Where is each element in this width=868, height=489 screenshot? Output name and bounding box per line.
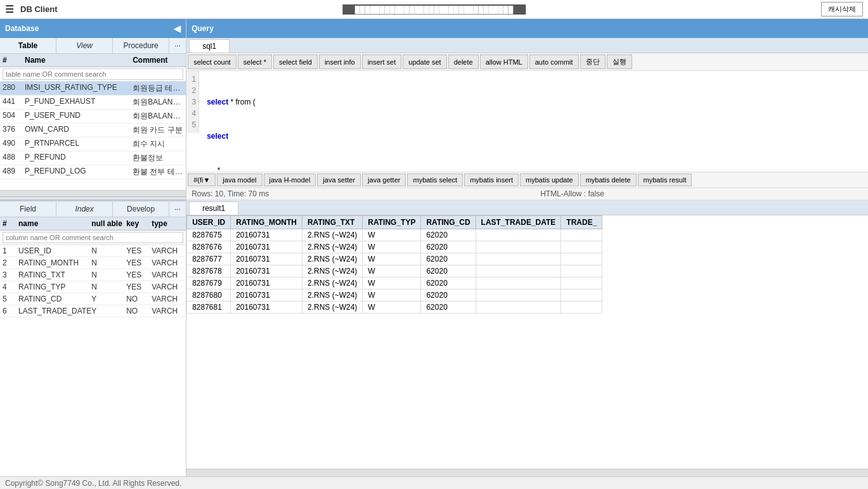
bottom-toolbar-btn[interactable]: mybatis delete	[580, 174, 637, 186]
field-name: USER_ID	[18, 246, 91, 255]
bottom-toolbar-btn[interactable]: java setter	[317, 174, 361, 186]
field-name: RATING_TYP	[18, 283, 91, 291]
bottom-toolbar-btn[interactable]: #(fi▼	[188, 174, 216, 186]
field-key: YES	[126, 246, 152, 255]
bottom-toolbar-btn[interactable]: mybatis update	[520, 174, 579, 186]
result-h-scroll[interactable]	[186, 469, 868, 476]
table-name: IMSI_USR_RATING_TYPE	[25, 83, 133, 94]
field-list-item[interactable]: 1 USER_ID N YES VARCH	[0, 245, 186, 257]
table-row[interactable]: 8287681201607312.RNS (~W24)W62020	[187, 302, 602, 314]
table-name: P_USER_FUND	[25, 111, 133, 122]
field-name: RATING_MONTH	[18, 258, 91, 267]
field-list-item[interactable]: 2 RATING_MONTH N YES VARCH	[0, 257, 186, 269]
field-search-input[interactable]	[3, 232, 183, 243]
editor-content[interactable]: select * from ( select * from IMSI_USR_R…	[204, 71, 323, 172]
table-h-scroll[interactable]	[0, 190, 186, 196]
field-key: YES	[126, 270, 152, 279]
result-cell: 2.RNS (~W24)	[302, 277, 362, 289]
result-tab-1[interactable]: result1	[189, 201, 238, 215]
table-comment: 회원BALANCE소	[133, 97, 183, 108]
result-section: result1 USER_IDRATING_MONTHRATING_TXTRAT…	[186, 200, 868, 476]
query-toolbar-btn[interactable]: auto commit	[529, 54, 579, 69]
result-cell: 20160731	[231, 302, 302, 314]
table-list-item[interactable]: 280 IMSI_USR_RATING_TYPE 회원등급 테이블	[0, 82, 186, 96]
result-cell: 8287678	[187, 265, 231, 277]
table-list-item[interactable]: 376 OWN_CARD 회원 카드 구분	[0, 124, 186, 137]
bottom-toolbar-btn[interactable]: java getter	[362, 174, 406, 186]
field-nav-develop[interactable]: Develop	[113, 201, 169, 217]
query-toolbar-btn[interactable]: delete	[448, 54, 479, 69]
result-col-header: TRADE_	[561, 216, 602, 229]
bottom-toolbar-btn[interactable]: mybatis result	[638, 174, 692, 186]
result-col-header: RATING_MONTH	[231, 216, 302, 229]
table-row[interactable]: 8287679201607312.RNS (~W24)W62020	[187, 277, 602, 289]
table-row[interactable]: 8287675201607312.RNS (~W24)W62020	[187, 229, 602, 241]
field-id: 3	[3, 270, 18, 279]
database-header: Database ◀	[0, 19, 186, 38]
field-nav-index[interactable]: Index	[56, 201, 113, 217]
bottom-toolbar-btn[interactable]: java H-model	[264, 174, 316, 186]
table-list-item[interactable]: 488 P_REFUND 환불정보	[0, 151, 186, 165]
table-nav-table[interactable]: Table	[0, 38, 56, 53]
field-list-item[interactable]: 3 RATING_TXT N YES VARCH	[0, 269, 186, 281]
result-col-header: LAST_TRADE_DATE	[476, 216, 561, 229]
result-cell: 62020	[421, 265, 476, 277]
table-nav-more[interactable]: ···	[169, 38, 186, 53]
collapse-icon[interactable]: ◀	[174, 23, 181, 34]
database-title: Database	[5, 24, 39, 33]
result-cell: 8287679	[187, 277, 231, 289]
bottom-toolbar-btn[interactable]: mybatis select	[407, 174, 463, 186]
result-col-header: USER_ID	[187, 216, 231, 229]
query-toolbar-btn[interactable]: select *	[238, 54, 272, 69]
center-panel: Query ▲ sql1 select countselect *select …	[186, 19, 868, 476]
query-toolbar-btn[interactable]: 실행	[607, 54, 632, 69]
table-row[interactable]: 8287678201607312.RNS (~W24)W62020	[187, 265, 602, 277]
table-list-item[interactable]: 489 P_REFUND_LOG 환불 전부 테이블	[0, 165, 186, 179]
query-toolbar-btn[interactable]: allow HTML	[480, 54, 528, 69]
result-cell	[561, 289, 602, 302]
rows-time-status: Rows: 10, Time: 70 ms	[191, 189, 269, 198]
result-cell: W	[363, 229, 421, 241]
result-cell: 2.RNS (~W24)	[302, 265, 362, 277]
query-toolbar-btn[interactable]: update set	[403, 54, 446, 69]
result-cell: 20160731	[231, 289, 302, 302]
table-name: P_REFUND	[25, 153, 133, 163]
table-row[interactable]: 8287676201607312.RNS (~W24)W62020	[187, 241, 602, 253]
bottom-toolbar-btn[interactable]: mybatis insert	[464, 174, 519, 186]
table-id: 489	[3, 167, 25, 177]
center-banner: ████████████████████████████████	[342, 4, 526, 15]
table-name: P_RTNPARCEL	[25, 139, 133, 149]
cache-delete-button[interactable]: 캐시삭제	[821, 2, 863, 16]
table-list-item[interactable]: 504 P_USER_FUND 회원BALANCE	[0, 110, 186, 124]
result-cell: 20160731	[231, 277, 302, 289]
table-list-item[interactable]: 441 P_FUND_EXHAUST 회원BALANCE소	[0, 96, 186, 110]
fc-type-header: type	[152, 219, 183, 228]
table-list-item[interactable]: 490 P_RTNPARCEL 희수 지시	[0, 137, 186, 151]
menu-icon[interactable]: ☰	[5, 3, 14, 15]
result-cell: 20160731	[231, 253, 302, 265]
sql-tab-1[interactable]: sql1	[189, 39, 230, 53]
result-col-header: RATING_CD	[421, 216, 476, 229]
query-toolbar-btn[interactable]: select count	[188, 54, 236, 69]
result-cell: 62020	[421, 241, 476, 253]
field-list-item[interactable]: 5 RATING_CD Y NO VARCH	[0, 293, 186, 305]
field-key: YES	[126, 258, 152, 267]
field-list-item[interactable]: 6 LAST_TRADE_DATE Y NO VARCH	[0, 305, 186, 317]
field-nav-more[interactable]: ···	[169, 201, 186, 217]
field-list-item[interactable]: 4 RATING_TYP N YES VARCH	[0, 281, 186, 293]
bottom-toolbar-btn[interactable]: java model	[217, 174, 262, 186]
result-col-header: RATING_TXT	[302, 216, 362, 229]
table-nav-procedure[interactable]: Procedure	[113, 38, 169, 53]
table-search-input[interactable]	[3, 68, 183, 80]
table-row[interactable]: 8287680201607312.RNS (~W24)W62020	[187, 289, 602, 302]
table-row[interactable]: 8287677201607312.RNS (~W24)W62020	[187, 253, 602, 265]
table-nav-view[interactable]: View	[56, 38, 113, 53]
query-toolbar-btn[interactable]: select field	[273, 54, 318, 69]
result-cell: 8287677	[187, 253, 231, 265]
field-nav-field[interactable]: Field	[0, 201, 56, 217]
query-toolbar-btn[interactable]: insert info	[319, 54, 361, 69]
query-editor[interactable]: 12345 select * from ( select * from IMSI…	[186, 71, 868, 172]
query-toolbar-btn[interactable]: insert set	[362, 54, 402, 69]
fc-key-header: key	[126, 219, 152, 228]
query-toolbar-btn[interactable]: 중단	[580, 54, 606, 69]
